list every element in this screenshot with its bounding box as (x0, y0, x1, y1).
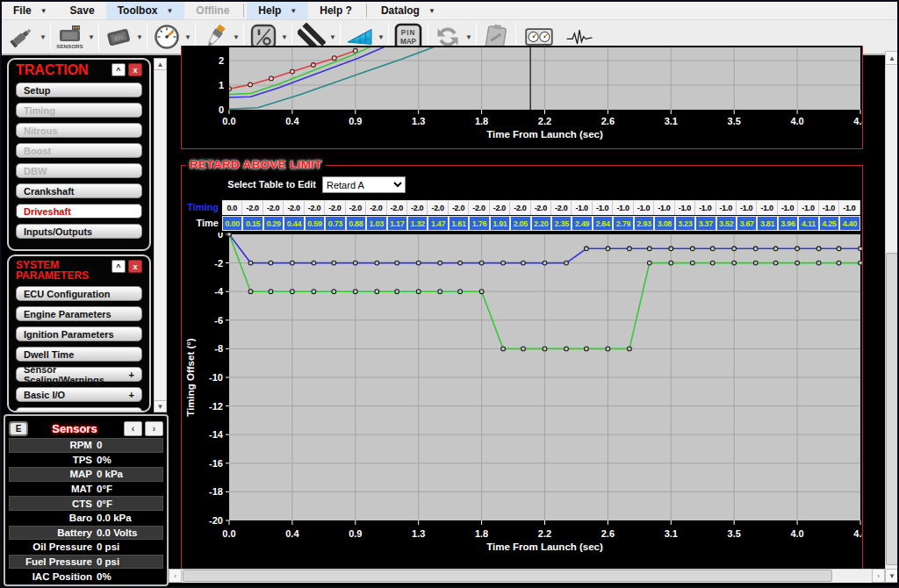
timing-cell[interactable]: -1.0 (675, 200, 695, 215)
timing-cell[interactable]: -2.0 (284, 200, 304, 215)
timing-cell[interactable]: -2.0 (428, 200, 448, 215)
scroll-down-icon[interactable]: ▼ (885, 569, 899, 583)
sensors-dropdown-icon[interactable]: ▼ (87, 33, 96, 41)
timing-cell[interactable]: -2.0 (263, 200, 284, 215)
time-cell[interactable]: 4.11 (798, 216, 818, 231)
sidebar-item-closed-loop-learn[interactable]: Closed Loop/Learn+ (16, 407, 142, 412)
horizontal-scroll-thumb[interactable] (183, 570, 832, 582)
edit-button[interactable]: E (9, 421, 28, 436)
time-cell[interactable]: 1.91 (490, 216, 510, 231)
sidebar-item-inputs-outputs[interactable]: Inputs/Outputs (16, 224, 142, 239)
sidebar-item-dbw[interactable]: DBW (16, 163, 142, 178)
time-cell[interactable]: 2.35 (551, 216, 572, 231)
time-cell[interactable]: 0.88 (346, 216, 366, 231)
sidebar-item-ignition-parameters[interactable]: Ignition Parameters (16, 326, 142, 341)
scroll-left-icon[interactable]: ‹ (169, 569, 182, 583)
timing-cell[interactable]: -1.0 (716, 200, 737, 215)
timing-cell[interactable]: -2.0 (242, 200, 263, 215)
next-page-icon[interactable]: › (145, 421, 163, 436)
io-dropdown-icon[interactable]: ▼ (280, 33, 289, 41)
timing-cell[interactable]: -2.0 (510, 200, 530, 215)
time-cell[interactable]: 0.44 (284, 216, 304, 231)
time-cell[interactable]: 0.59 (305, 216, 325, 231)
time-cell[interactable]: 3.08 (654, 216, 674, 231)
timing-cell[interactable]: -2.0 (449, 200, 469, 215)
time-cell[interactable]: 0.00 (222, 216, 242, 231)
time-cell[interactable]: 1.61 (449, 216, 469, 231)
scroll-right-icon[interactable]: › (872, 569, 885, 583)
prev-page-icon[interactable]: ‹ (124, 421, 142, 436)
time-cell[interactable]: 3.52 (716, 216, 737, 231)
sidebar-scroll-down-icon[interactable]: ▼ (154, 400, 167, 412)
timing-cell[interactable]: -2.0 (531, 200, 551, 215)
sidebar-item-basic-i-o[interactable]: Basic I/O+ (16, 387, 142, 402)
sidebar-item-setup[interactable]: Setup (16, 82, 142, 97)
sensors-icon[interactable]: SENSORS (54, 22, 87, 52)
timing-cell[interactable]: -2.0 (469, 200, 489, 215)
time-cell[interactable]: 3.23 (675, 216, 695, 231)
sidebar-item-driveshaft[interactable]: Driveshaft (16, 204, 142, 219)
collapse-icon[interactable]: ^ (111, 260, 126, 273)
sidebar-scroll-up-icon[interactable]: ▲ (154, 58, 167, 70)
timing-cell[interactable]: -1.0 (839, 200, 859, 215)
time-cell[interactable]: 2.20 (531, 216, 551, 231)
sidebar-scrollbar[interactable] (154, 58, 167, 412)
time-cell[interactable]: 1.47 (428, 216, 448, 231)
time-cell[interactable]: 2.64 (593, 216, 613, 231)
time-cell[interactable]: 1.32 (407, 216, 428, 231)
close-icon[interactable]: x (128, 260, 142, 273)
sidebar-item-ecu-configuration[interactable]: ECU Configuration (16, 286, 142, 301)
sync-dropdown-icon[interactable]: ▼ (464, 33, 473, 41)
time-cell[interactable]: 2.05 (510, 216, 530, 231)
sidebar-item-boost[interactable]: Boost (16, 143, 142, 158)
timing-cell[interactable]: -2.0 (490, 200, 510, 215)
menu-item-help[interactable]: Help ? (308, 2, 363, 19)
time-cell[interactable]: 3.81 (757, 216, 777, 231)
fuel-injector-dropdown-icon[interactable]: ▼ (39, 33, 47, 41)
sidebar-item-timing[interactable]: Timing (16, 103, 142, 118)
timing-cell[interactable]: -2.0 (325, 200, 345, 215)
gauge-dropdown-icon[interactable]: ▼ (183, 33, 192, 41)
timing-cell[interactable]: -1.0 (572, 200, 592, 215)
timing-cell[interactable]: -1.0 (593, 200, 613, 215)
menu-item-help[interactable]: Help▼ (247, 2, 308, 19)
menu-item-offline[interactable]: Offline (184, 2, 241, 19)
menu-item-save[interactable]: Save (59, 2, 106, 19)
spark-plug-dropdown-icon[interactable]: ▼ (232, 33, 241, 41)
time-cell[interactable]: 2.49 (572, 216, 592, 231)
vertical-scroll-thumb[interactable] (886, 253, 898, 565)
timing-cell[interactable]: -1.0 (654, 200, 674, 215)
ignition-coil-dropdown-icon[interactable]: ▼ (328, 33, 337, 41)
timing-cell[interactable]: -2.0 (346, 200, 366, 215)
timing-cell[interactable]: -2.0 (387, 200, 407, 215)
gauge-icon[interactable] (150, 22, 183, 52)
menu-item-datalog[interactable]: Datalog▼ (370, 2, 447, 19)
timing-cell[interactable]: -1.0 (757, 200, 777, 215)
timing-cell[interactable]: -1.0 (819, 200, 839, 215)
time-cell[interactable]: 0.73 (325, 216, 345, 231)
sidebar-item-dwell-time[interactable]: Dwell Time (16, 347, 142, 362)
sidebar-item-nitrous[interactable]: Nitrous (16, 123, 142, 138)
timing-cell[interactable]: -1.0 (634, 200, 654, 215)
sidebar-item-engine-parameters[interactable]: Engine Parameters (16, 306, 142, 321)
time-cell[interactable]: 3.67 (737, 216, 757, 231)
close-icon[interactable]: x (128, 63, 142, 76)
time-cell[interactable]: 3.37 (695, 216, 716, 231)
sidebar-item-sensor-scaling-warnings[interactable]: Sensor Scaling/Warnings+ (16, 367, 142, 382)
time-cell[interactable]: 4.25 (819, 216, 839, 231)
menu-item-file[interactable]: File▼ (2, 2, 59, 19)
time-cell[interactable]: 0.15 (242, 216, 263, 231)
time-cell[interactable]: 3.96 (778, 216, 798, 231)
timing-cell[interactable]: -1.0 (778, 200, 798, 215)
sidebar-item-crankshaft[interactable]: Crankshaft (16, 183, 142, 198)
timing-cell[interactable]: -1.0 (613, 200, 633, 215)
timing-cell[interactable]: -2.0 (551, 200, 572, 215)
time-cell[interactable]: 2.93 (634, 216, 654, 231)
collapse-icon[interactable]: ^ (111, 63, 126, 76)
time-cell[interactable]: 1.76 (469, 216, 489, 231)
timing-cell[interactable]: -1.0 (737, 200, 757, 215)
scroll-up-icon[interactable]: ▲ (885, 51, 899, 65)
timing-cell[interactable]: 0.0 (222, 200, 242, 215)
timing-cell[interactable]: -1.0 (798, 200, 818, 215)
time-cell[interactable]: 1.17 (387, 216, 407, 231)
